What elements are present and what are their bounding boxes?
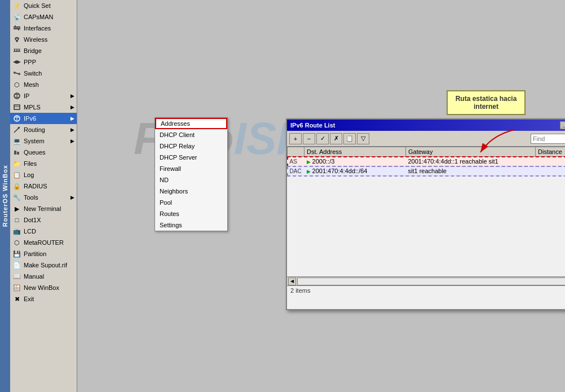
sidebar-item-queues[interactable]: Queues [10,147,77,158]
lcd-icon: 📺 [12,227,21,236]
toolbar-enable-btn[interactable]: ✓ [316,133,329,144]
sidebar-item-tools[interactable]: 🔧 Tools ▶ [10,192,77,203]
sidebar-item-label: Queues [24,149,46,156]
submenu-item-neighbors[interactable]: Neighbors [155,186,227,197]
routing-arrow: ▶ [70,127,74,133]
route-window-title-text: IPv6 Route List [290,122,335,129]
row-flag-text: AS [290,158,297,165]
capsman-icon: 📡 [12,12,21,21]
annotation-callout: Ruta estatica hacia internet [447,90,526,115]
route-status-bar: 2 items [287,285,565,295]
sidebar-item-label: LCD [24,228,36,235]
sidebar-item-bridge[interactable]: Bridge [10,45,77,56]
submenu-item-addresses[interactable]: Addresses [155,118,227,129]
sidebar-item-ipv6[interactable]: IPv6 ▶ [10,113,77,124]
winbox-icon: 🪟 [12,283,21,292]
sidebar-item-dot1x[interactable]: □ Dot1X [10,214,77,226]
col-dst-address[interactable]: Dst. Address [304,147,406,157]
window-controls: _ □ ✕ [560,121,565,129]
sidebar-item-wireless[interactable]: Wireless [10,34,77,45]
table-row[interactable]: AS ▶ 2000::/3 2001:470:4:4dd::1 reachabl… [288,157,566,166]
mesh-icon: ⬡ [12,80,21,89]
metarouter-icon: ⬡ [12,238,21,247]
sidebar-item-label: Interfaces [24,25,51,32]
table-row[interactable]: DAC ▶ 2001:470:4:4dd::/64 sit1 reachable [288,166,566,176]
sidebar-item-label: Wireless [24,36,47,43]
tools-arrow: ▶ [70,195,74,200]
col-distance-label: Distance [538,148,562,155]
submenu-item-settings[interactable]: Settings [155,219,227,231]
window-minimize-btn[interactable]: _ [560,121,565,129]
sidebar-item-label: MetaROUTER [24,239,64,246]
row-gateway-text: sit1 reachable [408,168,447,174]
col-flags[interactable] [288,147,304,157]
row-gateway: 2001:470:4:4dd::1 reachable sit1 [406,157,536,166]
sidebar-item-new-terminal[interactable]: ▶ New Terminal [10,203,77,214]
toolbar-disable-btn[interactable]: ✗ [330,133,342,144]
sidebar-item-new-winbox[interactable]: 🪟 New WinBox [10,282,77,293]
sidebar-item-quick-set[interactable]: ⚡ Quick Set [10,0,77,11]
sidebar-item-interfaces[interactable]: Interfaces [10,23,77,34]
col-gateway-label: Gateway [408,148,432,155]
col-distance[interactable]: Distance ▼ [536,147,566,157]
svg-rect-3 [18,29,19,30]
route-scrollbar[interactable]: ◀ ▶ [287,276,565,285]
sidebar-item-label: Partition [24,250,46,257]
toolbar-remove-btn[interactable]: − [303,133,315,144]
sidebar-item-ppp[interactable]: PPP [10,56,77,68]
sidebar-item-exit[interactable]: ✖ Exit [10,293,77,305]
terminal-icon: ▶ [12,204,21,213]
submenu-item-dhcp-client[interactable]: DHCP Client [155,129,227,140]
bridge-icon [12,46,21,55]
sidebar-item-label: Exit [24,296,34,302]
row-gateway: sit1 reachable [406,166,536,176]
sidebar-item-partition[interactable]: 💾 Partition [10,248,77,259]
scroll-track[interactable] [297,278,565,285]
sidebar-item-metarouter[interactable]: ⬡ MetaROUTER [10,237,77,248]
sidebar-item-switch[interactable]: Switch [10,68,77,79]
submenu-item-routes[interactable]: Routes [155,208,227,219]
submenu-label: DHCP Client [160,131,195,138]
sidebar-brand: RouterOS WinBox [0,0,10,392]
row-dst: ▶ 2000::/3 [304,157,406,166]
sidebar-item-routing[interactable]: Routing ▶ [10,124,77,135]
sidebar-item-ip[interactable]: IP ▶ [10,90,77,102]
dot1x-icon: □ [12,215,21,224]
toolbar-filter-btn[interactable]: ▽ [357,133,369,144]
svg-rect-25 [14,151,16,155]
sidebar-item-label: MPLS [24,104,41,111]
sidebar-item-make-supout[interactable]: 📄 Make Supout.rif [10,259,77,271]
submenu-label: Neighbors [160,188,188,195]
sidebar-item-log[interactable]: 📋 Log [10,169,77,180]
svg-point-4 [16,41,18,42]
system-arrow: ▶ [70,138,74,144]
sidebar-item-label: System [24,138,45,144]
sidebar-item-system[interactable]: 💻 System ▶ [10,135,77,147]
annotation-arrow [469,124,537,158]
sidebar-item-label: Log [24,171,34,178]
sidebar-item-label: IP [24,93,29,99]
submenu-item-dhcp-relay[interactable]: DHCP Relay [155,140,227,152]
submenu-item-firewall[interactable]: Firewall [155,163,227,174]
sidebar-item-mesh[interactable]: ⬡ Mesh [10,79,77,90]
sidebar-item-radius[interactable]: 🔒 RADIUS [10,180,77,192]
sidebar-item-mpls[interactable]: MPLS ▶ [10,102,77,113]
route-table-container: Dst. Address Gateway Distance ▼ [287,147,565,276]
submenu-item-nd[interactable]: ND [155,174,227,186]
scroll-left[interactable]: ◀ [288,278,296,285]
submenu-item-pool[interactable]: Pool [155,197,227,208]
svg-rect-26 [17,152,19,155]
sidebar-item-label: CAPsMAN [24,14,54,20]
submenu-label: ND [160,177,169,183]
toolbar-copy-btn[interactable]: 📋 [343,133,356,144]
sidebar-item-capsman[interactable]: 📡 CAPsMAN [10,11,77,23]
sidebar: RouterOS WinBox ⚡ Quick Set 📡 CAPsMAN In… [0,0,77,392]
sidebar-item-label: Tools [24,194,38,201]
sidebar-menu: ⚡ Quick Set 📡 CAPsMAN Interfaces Wireles… [10,0,77,392]
sidebar-item-files[interactable]: 📁 Files [10,158,77,169]
ipv6-icon [12,114,21,123]
toolbar-add-btn[interactable]: + [289,133,302,144]
sidebar-item-lcd[interactable]: 📺 LCD [10,226,77,237]
sidebar-item-manual[interactable]: 📖 Manual [10,271,77,282]
submenu-item-dhcp-server[interactable]: DHCP Server [155,152,227,163]
